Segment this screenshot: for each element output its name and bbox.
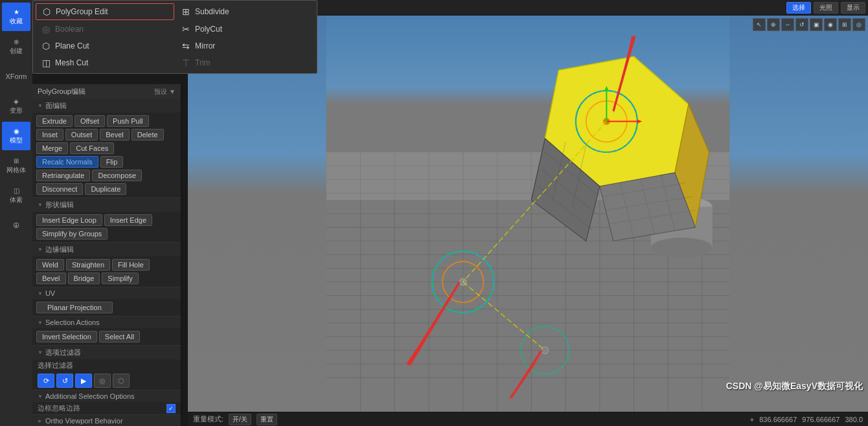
menu-item-boolean[interactable]: ◎ Boolean xyxy=(36,21,174,37)
filter-btn-4[interactable]: ◎ xyxy=(94,374,111,388)
chevron-down-icon: ▼ xyxy=(38,247,43,252)
filter-btn-1[interactable]: ⟳ xyxy=(38,374,54,388)
simplify-button[interactable]: Simplify xyxy=(102,273,139,284)
simplify-groups-button[interactable]: Simplify by Groups xyxy=(36,228,108,240)
tool-select-btn[interactable]: ↖ xyxy=(753,18,766,31)
menu-item-subdivide[interactable]: ⊞ Subdivide xyxy=(176,3,314,20)
select-all-button[interactable]: Select All xyxy=(99,331,140,342)
status-left: 重量模式: 开/关 重置 xyxy=(193,414,277,425)
menu-item-trim[interactable]: ⊤ Trim xyxy=(176,55,314,71)
delete-button[interactable]: Delete xyxy=(131,129,164,140)
section-selection-filter: ▼ 选项过滤器 选择过滤器 ⟳ ↺ ▶ ◎ ⬡ xyxy=(32,346,181,390)
viewport-scene[interactable]: ↖ ⊕ ↔ ↺ ▣ ◉ ⊞ ◎ xyxy=(188,16,868,412)
section-uv-header[interactable]: ▼ UV xyxy=(32,287,181,299)
viewport-bottom-bar: 重量模式: 开/关 重置 + 836.666667 976.666667 380… xyxy=(188,412,868,426)
panel-header: PolyGroup编辑 预设 ▼ xyxy=(32,84,181,99)
section-additional-header[interactable]: ▼ Additional Selection Options xyxy=(32,390,181,402)
filter-btn-5[interactable]: ⬡ xyxy=(113,374,130,388)
section-additional-options: ▼ Additional Selection Options 边框忽略边路 xyxy=(32,390,181,415)
chevron-down-icon: ▼ xyxy=(38,394,43,399)
sidebar-item-create[interactable]: ⊕ 创建 xyxy=(2,32,30,61)
filter-btn-3[interactable]: ▶ xyxy=(75,374,92,388)
chevron-down-icon: ▼ xyxy=(38,350,43,355)
filter-buttons: ⟳ ↺ ▶ ◎ ⬡ xyxy=(32,372,181,390)
insert-edge-loop-button[interactable]: Insert Edge Loop xyxy=(36,214,102,226)
decompose-button[interactable]: Decompose xyxy=(92,170,142,181)
inset-button[interactable]: Inset xyxy=(36,129,63,140)
section-ortho-header[interactable]: ▼ Ortho Viewport Behavior xyxy=(32,415,181,426)
menu-item-mirror[interactable]: ⇆ Mirror xyxy=(176,38,314,54)
shape-edit-buttons: Insert Edge Loop Insert Edge Simplify by… xyxy=(32,212,181,242)
uv-buttons: Planar Projection xyxy=(32,299,181,316)
section-sel-filter-header[interactable]: ▼ 选项过滤器 xyxy=(32,346,181,359)
menu-item-plane-cut[interactable]: ⬡ Plane Cut xyxy=(36,38,174,54)
polycut-icon: ✂ xyxy=(181,24,191,34)
sidebar-item-deform[interactable]: ◈ 变形 xyxy=(2,92,30,120)
chevron-down-icon: ▼ xyxy=(38,202,43,208)
coord-plus: + xyxy=(750,416,754,423)
chevron-right-icon: ▼ xyxy=(37,418,43,423)
tool-circle-btn[interactable]: ◉ xyxy=(824,18,837,31)
section-edge-edit-header[interactable]: ▼ 边缘编辑 xyxy=(32,243,181,256)
outset-button[interactable]: Outset xyxy=(65,129,98,140)
sidebar-item-surface[interactable]: ◫ 体素 xyxy=(2,181,30,210)
svg-point-43 xyxy=(651,238,713,258)
sidebar-item-xform[interactable]: XForm xyxy=(2,62,30,91)
filter-btn-2[interactable]: ↺ xyxy=(56,374,73,388)
bevel-edge-button[interactable]: Bevel xyxy=(36,273,66,284)
bevel-face-button[interactable]: Bevel xyxy=(100,129,130,140)
weld-button[interactable]: Weld xyxy=(36,259,64,271)
section-ortho: ▼ Ortho Viewport Behavior xyxy=(32,415,181,426)
disconnect-button[interactable]: Disconnect xyxy=(36,183,83,195)
tool-mesh-btn[interactable]: ⊞ xyxy=(838,18,851,31)
section-edge-edit: ▼ 边缘编辑 Weld Straighten Fill Hole Bevel B… xyxy=(32,243,181,287)
insert-edge-button[interactable]: Insert Edge xyxy=(104,214,152,226)
bridge-button[interactable]: Bridge xyxy=(68,273,100,284)
edge-edit-buttons: Weld Straighten Fill Hole Bevel Bridge S… xyxy=(32,256,181,287)
section-shape-edit-header[interactable]: ▼ 形状编辑 xyxy=(32,198,181,212)
tool-add-btn[interactable]: ⊕ xyxy=(767,18,780,31)
tool-dot-btn[interactable]: ◎ xyxy=(852,18,865,31)
retriangulate-button[interactable]: Retriangulate xyxy=(36,170,90,181)
tool-grid-btn[interactable]: ▣ xyxy=(810,18,823,31)
duplicate-button[interactable]: Duplicate xyxy=(85,183,126,195)
display-control[interactable]: 显示 xyxy=(841,2,865,14)
mirror-icon: ⇆ xyxy=(181,41,191,51)
sidebar-item-model[interactable]: ◉ 模型 xyxy=(2,122,30,150)
cut-faces-button[interactable]: Cut Faces xyxy=(70,142,114,154)
reset-btn[interactable]: 重置 xyxy=(257,414,277,425)
section-face-edit-header[interactable]: ▼ 面编辑 xyxy=(32,99,181,113)
flip-button[interactable]: Flip xyxy=(100,156,124,168)
face-edit-buttons: Extrude Offset Push Pull Inset Outset Be… xyxy=(32,113,181,197)
viewport-controls: 选择 光照 显示 xyxy=(786,2,865,14)
light-control[interactable]: 光照 xyxy=(814,2,838,14)
left-toolbar: ★ 收藏 ⊕ 创建 XForm ◈ 变形 ◉ 模型 ⊞ 网格体 ◫ 体素 ⦿ xyxy=(0,0,32,426)
offset-button[interactable]: Offset xyxy=(74,115,105,127)
status-right: + 836.666667 976.666667 380.0 xyxy=(750,416,863,423)
straighten-button[interactable]: Straighten xyxy=(66,259,110,271)
push-pull-button[interactable]: Push Pull xyxy=(107,115,148,127)
chevron-down-icon: ▼ xyxy=(38,291,43,297)
menu-item-polygroup-edit[interactable]: ⬡ PolyGroup Edit xyxy=(36,3,174,20)
trim-icon: ⊤ xyxy=(181,58,191,68)
fill-hole-button[interactable]: Fill Hole xyxy=(112,259,150,271)
section-shape-edit: ▼ 形状编辑 Insert Edge Loop Insert Edge Simp… xyxy=(32,198,181,243)
menu-item-mesh-cut[interactable]: ◫ Mesh Cut xyxy=(36,55,174,71)
sidebar-item-favorites[interactable]: ★ 收藏 xyxy=(2,3,30,31)
recalc-normals-button[interactable]: Recalc Normals xyxy=(36,156,98,168)
section-selection-actions-header[interactable]: ▼ Selection Actions xyxy=(32,317,181,328)
sidebar-item-mesh[interactable]: ⊞ 网格体 xyxy=(2,151,30,180)
menu-item-polycut[interactable]: ✂ PolyCut xyxy=(176,21,314,37)
merge-button[interactable]: Merge xyxy=(36,142,68,154)
planar-projection-button[interactable]: Planar Projection xyxy=(36,302,113,313)
invert-selection-button[interactable]: Invert Selection xyxy=(36,331,97,342)
scale-toggle-btn[interactable]: 开/关 xyxy=(229,414,251,425)
preset-button[interactable]: 预设 ▼ xyxy=(154,87,176,96)
edge-border-checkbox[interactable] xyxy=(166,404,176,413)
extrude-button[interactable]: Extrude xyxy=(36,115,73,127)
select-control[interactable]: 选择 xyxy=(786,2,811,14)
tool-move-btn[interactable]: ↔ xyxy=(781,18,794,31)
tool-rotate-btn[interactable]: ↺ xyxy=(795,18,808,31)
mesh-cut-icon: ◫ xyxy=(41,58,51,68)
sidebar-item-snap[interactable]: ⦿ xyxy=(2,211,30,240)
